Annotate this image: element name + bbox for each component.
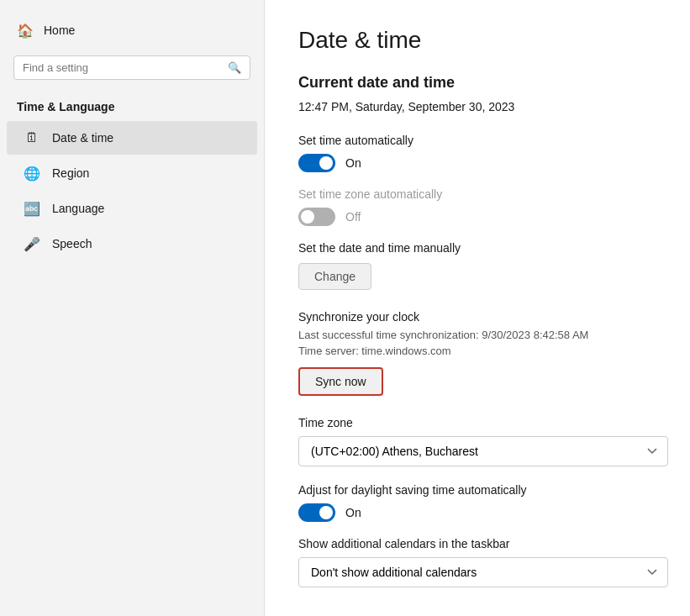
daylight-label: Adjust for daylight saving time automati…	[298, 483, 656, 497]
sidebar-item-language[interactable]: 🔤 Language	[7, 192, 257, 225]
page-title: Date & time	[298, 27, 656, 54]
current-section-title: Current date and time	[298, 74, 656, 92]
sidebar-item-region[interactable]: 🌐 Region	[7, 156, 257, 190]
sidebar: 🏠 Home 🔍 Time & Language 🗓 Date & time 🌐…	[0, 0, 265, 616]
sidebar-section-title: Time & Language	[0, 88, 264, 120]
search-input[interactable]	[23, 61, 221, 74]
set-timezone-auto-toggle[interactable]	[298, 208, 335, 226]
timezone-section: Time zone (UTC+02:00) Athens, Bucharest	[298, 416, 656, 466]
home-label: Home	[44, 24, 75, 37]
set-timezone-auto-row: Off	[298, 208, 656, 226]
set-timezone-auto-state: Off	[345, 210, 361, 224]
additional-cal-label: Show additional calendars in the taskbar	[298, 537, 656, 550]
additional-cal-section: Show additional calendars in the taskbar…	[298, 537, 656, 587]
set-time-auto-label: Set time automatically	[298, 134, 656, 147]
set-time-auto-knob	[319, 156, 333, 170]
main-content: Date & time Current date and time 12:47 …	[265, 0, 690, 616]
sync-section: Synchronize your clock Last successful t…	[298, 310, 656, 396]
timezone-label: Time zone	[298, 416, 656, 429]
daylight-row: On	[298, 503, 656, 522]
sync-last: Last successful time synchronization: 9/…	[298, 329, 656, 341]
search-icon: 🔍	[228, 61, 241, 74]
change-button[interactable]: Change	[298, 263, 371, 290]
sidebar-home[interactable]: 🏠 Home	[0, 13, 264, 47]
search-box: 🔍	[13, 55, 250, 80]
set-manually-label: Set the date and time manually	[298, 241, 656, 255]
set-time-auto-toggle[interactable]	[298, 154, 335, 172]
set-time-auto-state: On	[345, 156, 361, 170]
sync-server: Time server: time.windows.com	[298, 345, 656, 357]
date-time-icon: 🗓	[24, 129, 40, 146]
timezone-dropdown[interactable]: (UTC+02:00) Athens, Bucharest	[298, 436, 668, 466]
sidebar-item-speech[interactable]: 🎤 Speech	[7, 227, 257, 261]
sidebar-item-region-label: Region	[52, 166, 89, 180]
sidebar-item-language-label: Language	[52, 202, 104, 215]
sync-title: Synchronize your clock	[298, 310, 656, 324]
region-icon: 🌐	[24, 165, 40, 182]
additional-cal-dropdown[interactable]: Don't show additional calendars	[298, 557, 668, 587]
daylight-toggle[interactable]	[298, 503, 335, 522]
current-datetime: 12:47 PM, Saturday, September 30, 2023	[298, 100, 656, 113]
set-time-auto-row: On	[298, 154, 656, 172]
sidebar-item-date-time-label: Date & time	[52, 131, 113, 145]
speech-icon: 🎤	[24, 235, 40, 252]
sidebar-item-speech-label: Speech	[52, 237, 92, 250]
sidebar-item-date-time[interactable]: 🗓 Date & time	[7, 121, 257, 155]
daylight-state: On	[345, 506, 361, 519]
sync-now-button[interactable]: Sync now	[298, 367, 383, 396]
language-icon: 🔤	[24, 200, 40, 217]
set-timezone-auto-knob	[301, 210, 314, 224]
daylight-knob	[319, 506, 333, 519]
home-icon: 🏠	[17, 22, 34, 39]
set-timezone-auto-label: Set time zone automatically	[298, 187, 656, 201]
